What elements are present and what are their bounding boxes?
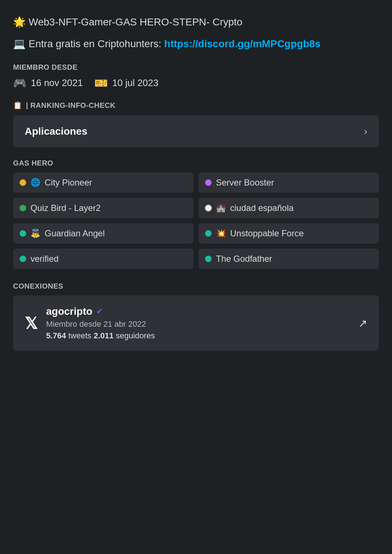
bio-line1: 🌟 Web3-NFT-Gamer-GAS HERO-STEPN- Crypto <box>13 15 379 30</box>
bio-line2-prefix: Entra gratis en Criptohunters: <box>29 38 164 49</box>
role-quiz-bird: Quiz Bird - Layer2 <box>13 198 193 218</box>
followers-label-text: seguidores <box>116 331 155 340</box>
member-since-section: MIEMBRO DESDE 🎮 16 nov 2021 🎫 10 jul 202… <box>13 63 379 89</box>
ranking-section: 📋 | RANKING-INFO-CHECK Aplicaciones › <box>13 101 379 147</box>
connection-since: Miembro desde 21 abr 2022 <box>46 319 350 329</box>
discord-link[interactable]: https://discord.gg/mMPCgpgb8s <box>164 38 320 49</box>
dot-teal-godfather <box>205 256 212 262</box>
gas-hero-section: GAS HERO 🌐 City Pioneer Server Booster Q… <box>13 159 379 269</box>
dot-green <box>20 205 26 211</box>
role-unstoppable-force: 💥 Unstoppable Force <box>199 223 379 244</box>
x-platform-icon: 𝕏 <box>25 314 37 333</box>
member-since-label: MIEMBRO DESDE <box>13 63 379 72</box>
role-ciudad-espanola: 🏰 ciudad española <box>199 198 379 218</box>
role-godfather-text: The Godfather <box>216 254 272 264</box>
conexiones-section: CONEXIONES 𝕏 agocripto ✔ Miembro desde 2… <box>13 282 379 351</box>
connection-username: agocripto <box>46 306 93 317</box>
ranking-label: 📋 | RANKING-INFO-CHECK <box>13 101 379 110</box>
dot-white <box>205 205 212 211</box>
verified-checkmark-icon: ✔ <box>96 307 103 316</box>
explosion-icon: 💥 <box>216 229 226 238</box>
role-ciudad-espanola-text: ciudad española <box>230 203 294 213</box>
other-date: 10 jul 2023 <box>112 77 158 89</box>
tweets-label-text: tweets <box>68 331 91 340</box>
other-date-item: 🎫 10 jul 2023 <box>94 77 158 89</box>
dot-teal-guardian <box>20 230 26 237</box>
external-link-icon[interactable]: ↗ <box>358 317 367 330</box>
role-verified: verified <box>13 249 193 269</box>
role-guardian-angel-text: Guardian Angel <box>45 228 105 239</box>
tweets-count: 5.764 <box>46 331 66 340</box>
role-quiz-bird-text: Quiz Bird - Layer2 <box>30 203 101 213</box>
angel-icon: 👼 <box>30 229 40 238</box>
discord-date-item: 🎮 16 nov 2021 <box>13 77 83 89</box>
castle-icon: 🏰 <box>216 203 226 213</box>
role-city-pioneer-text: City Pioneer <box>45 178 92 188</box>
role-server-booster: Server Booster <box>199 172 379 193</box>
role-verified-text: verified <box>30 254 58 264</box>
discord-date: 16 nov 2021 <box>31 77 83 89</box>
conexiones-label: CONEXIONES <box>13 282 379 290</box>
dot-gold <box>20 179 26 186</box>
apps-card[interactable]: Aplicaciones › <box>13 115 379 147</box>
followers-count: 2.011 <box>94 331 114 340</box>
role-guardian-angel: 👼 Guardian Angel <box>13 223 193 244</box>
bio-line1-text: Web3-NFT-Gamer-GAS HERO-STEPN- Crypto <box>29 16 242 28</box>
member-since-row: 🎮 16 nov 2021 🎫 10 jul 2023 <box>13 77 379 89</box>
apps-label: Aplicaciones <box>25 126 87 137</box>
connection-name-row: agocripto ✔ <box>46 306 350 317</box>
ticket-icon: 🎫 <box>94 77 108 89</box>
dot-purple <box>205 179 212 186</box>
roles-grid: 🌐 City Pioneer Server Booster Quiz Bird … <box>13 172 379 269</box>
dot-teal-verified <box>20 256 26 262</box>
role-server-booster-text: Server Booster <box>216 178 274 188</box>
dot-teal-unstoppable <box>205 230 212 237</box>
computer-icon: 💻 <box>13 38 26 49</box>
role-city-pioneer: 🌐 City Pioneer <box>13 172 193 193</box>
star-icon: 🌟 <box>13 16 26 28</box>
connection-card-x: 𝕏 agocripto ✔ Miembro desde 21 abr 2022 … <box>13 296 379 351</box>
role-godfather: The Godfather <box>199 249 379 269</box>
bio-section: 🌟 Web3-NFT-Gamer-GAS HERO-STEPN- Crypto … <box>13 15 379 52</box>
bio-line2: 💻 Entra gratis en Criptohunters: https:/… <box>13 36 379 52</box>
notebook-icon: 📋 <box>13 101 23 110</box>
gas-hero-label: GAS HERO <box>13 159 379 167</box>
connection-info: agocripto ✔ Miembro desde 21 abr 2022 5.… <box>46 306 350 341</box>
discord-icon: 🎮 <box>13 77 26 89</box>
chevron-right-icon: › <box>364 126 367 137</box>
globe-icon: 🌐 <box>30 178 40 187</box>
connection-stats: 5.764 tweets 2.011 seguidores <box>46 331 350 341</box>
role-unstoppable-force-text: Unstoppable Force <box>230 228 304 239</box>
ranking-label-text: | RANKING-INFO-CHECK <box>26 101 116 110</box>
